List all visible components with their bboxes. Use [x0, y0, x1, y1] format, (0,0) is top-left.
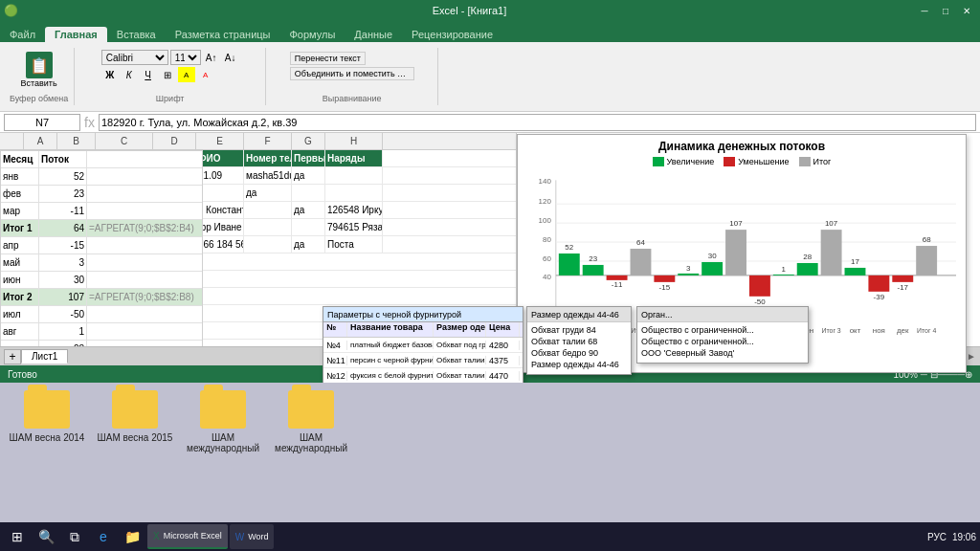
svg-text:-39: -39 — [874, 293, 885, 301]
table-row[interactable]: №11 персин с черной фурнитурой Обхват та… — [323, 353, 523, 368]
name-box[interactable] — [4, 114, 80, 131]
svg-text:40: 40 — [543, 273, 551, 281]
legend-total-box — [799, 157, 811, 166]
bold-button[interactable]: Ж — [101, 67, 119, 82]
org-popup: Орган... Общество с ограниченной... Обще… — [636, 306, 809, 364]
column-headers: A B C D E F G H — [0, 133, 516, 150]
decrease-font-button[interactable]: A↓ — [222, 50, 239, 65]
org-row[interactable]: ООО 'Северный Завод' — [641, 348, 804, 358]
svg-rect-27 — [678, 274, 699, 276]
size-row: Размер одежды 44-46 — [531, 360, 627, 369]
table-row[interactable]: №12 фуксия с белой фурнитурой Обхват тал… — [323, 368, 523, 384]
border-button[interactable]: ⊞ — [159, 67, 176, 82]
svg-rect-57 — [916, 246, 937, 276]
folder-sham-2015[interactable]: ШАМ весна 2015 — [92, 386, 178, 447]
minimize-button[interactable]: ─ — [915, 3, 934, 18]
svg-rect-48 — [845, 268, 866, 276]
svg-text:17: 17 — [851, 257, 859, 266]
font-size-select[interactable]: 11 — [170, 50, 201, 65]
svg-text:-15: -15 — [659, 283, 671, 292]
taskbar: ⊞ 🔍 ⧉ e 📁 X Microsoft Excel W Word РУС 1… — [0, 522, 980, 551]
svg-text:68: 68 — [923, 235, 931, 244]
svg-text:1: 1 — [782, 265, 787, 274]
italic-button[interactable]: К — [121, 67, 138, 82]
start-button[interactable]: ⊞ — [4, 524, 31, 549]
folder-label: ШАМ международный — [272, 432, 350, 453]
search-button[interactable]: 🔍 — [33, 524, 59, 549]
maximize-button[interactable]: □ — [936, 3, 955, 18]
svg-text:60: 60 — [543, 254, 551, 263]
size-popup-header: Размер одежды 44-46 — [527, 307, 631, 322]
tab-formulas[interactable]: Формулы — [279, 27, 345, 42]
svg-text:23: 23 — [589, 254, 597, 263]
formula-input[interactable] — [99, 114, 976, 131]
font-group: Calibri 11 A↑ A↓ Ж К Ч ⊞ A A Шрифт — [75, 48, 266, 105]
svg-text:Итог 3: Итог 3 — [821, 327, 840, 334]
flow-header: Поток — [39, 151, 87, 167]
sheet-tab-1[interactable]: Лист1 — [21, 349, 68, 364]
title-bar: 🟢 Excel - [Книга1] ─ □ ✕ — [0, 0, 980, 21]
ribbon-content: 📋 Вставить Буфер обмена Calibri 11 A↑ A↓ — [0, 42, 980, 112]
paste-button[interactable]: 📋 Вставить — [19, 50, 59, 90]
svg-rect-21 — [631, 249, 652, 276]
svg-rect-30 — [702, 262, 723, 276]
svg-text:3: 3 — [686, 264, 691, 273]
folder-label: ШАМ весна 2015 — [98, 432, 173, 443]
close-button[interactable]: ✕ — [957, 3, 976, 18]
font-color-button[interactable]: A — [197, 67, 214, 82]
explorer-button[interactable]: 📁 — [119, 524, 145, 549]
folder-label: ШАМ международный — [184, 432, 262, 453]
folder-sham-int-1[interactable]: ШАМ международный — [180, 386, 266, 457]
edge-button[interactable]: e — [90, 524, 117, 549]
tab-layout[interactable]: Разметка страницы — [166, 27, 280, 42]
folder-icon — [112, 390, 158, 429]
fill-color-button[interactable]: A — [178, 67, 195, 82]
folder-sham-int-2[interactable]: ШАМ международный — [268, 386, 354, 457]
svg-rect-39 — [773, 275, 794, 276]
tab-home[interactable]: Главная — [45, 27, 107, 42]
svg-text:дек: дек — [897, 326, 909, 335]
taskbar-right: РУС 19:06 — [927, 532, 976, 542]
folder-label: ШАМ весна 2014 — [10, 432, 85, 443]
word-taskbar-app[interactable]: W Word — [230, 524, 275, 549]
tab-data[interactable]: Данные — [345, 27, 402, 42]
svg-text:Итог 4: Итог 4 — [917, 327, 936, 334]
legend-decrease: Уменьшение — [724, 157, 789, 166]
excel-taskbar-app[interactable]: X Microsoft Excel — [147, 524, 228, 549]
size-row: Обхват талии 68 — [531, 337, 627, 346]
add-sheet-button[interactable]: + — [4, 349, 21, 364]
size-popup: Размер одежды 44-46 Обхват груди 84 Обхв… — [526, 306, 632, 375]
alignment-group: Перенести текст Объединить и поместить в… — [266, 48, 438, 105]
merge-center-button[interactable]: Объединить и поместить в це... — [290, 67, 414, 80]
folder-sham-2014[interactable]: ШАМ весна 2014 — [4, 386, 90, 447]
svg-rect-45 — [821, 230, 842, 276]
formula-header — [87, 151, 202, 167]
svg-text:107: 107 — [825, 219, 838, 228]
svg-text:52: 52 — [565, 243, 573, 252]
increase-font-button[interactable]: A↑ — [203, 50, 220, 65]
clock: 19:06 — [952, 532, 976, 542]
underline-button[interactable]: Ч — [140, 67, 157, 82]
svg-rect-51 — [868, 276, 889, 292]
org-row[interactable]: Общество с ограниченной... — [641, 325, 804, 335]
wrap-text-button[interactable]: Перенести текст — [290, 52, 366, 65]
tab-insert[interactable]: Вставка — [107, 27, 166, 42]
excel-taskbar-icon: X — [153, 531, 160, 541]
svg-text:80: 80 — [543, 235, 551, 244]
order-detail-header: Параметры с черной фурнитурой — [323, 307, 523, 322]
legend-decrease-box — [724, 157, 735, 166]
task-view-button[interactable]: ⧉ — [61, 524, 88, 549]
font-name-select[interactable]: Calibri — [101, 50, 168, 65]
svg-text:107: 107 — [729, 219, 743, 228]
svg-rect-36 — [749, 276, 770, 297]
svg-text:64: 64 — [636, 238, 645, 247]
svg-text:100: 100 — [539, 216, 552, 225]
tab-file[interactable]: Файл — [0, 27, 45, 42]
org-row[interactable]: Общество с ограниченной... — [641, 337, 804, 346]
tab-review[interactable]: Рецензирование — [402, 27, 502, 42]
svg-rect-54 — [892, 276, 913, 282]
svg-text:140: 140 — [539, 177, 552, 186]
folder-icon — [200, 390, 246, 429]
svg-text:120: 120 — [539, 197, 552, 206]
table-row[interactable]: №4 платный бюджет базовая фурнитура Обхв… — [323, 338, 523, 353]
